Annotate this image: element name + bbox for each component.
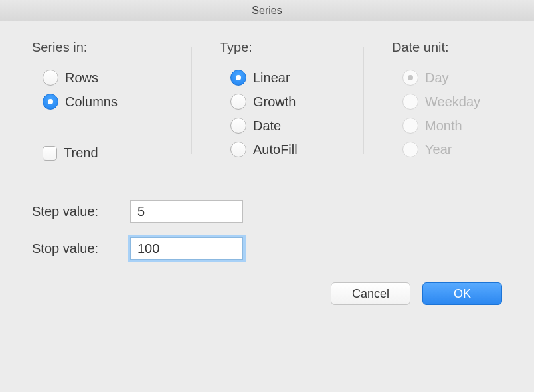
date-unit-label: Date unit:: [392, 40, 509, 55]
radio-day: Day: [402, 70, 509, 86]
radio-linear[interactable]: Linear: [230, 70, 363, 86]
radio-weekday: Weekday: [402, 94, 509, 110]
radio-icon: [43, 94, 58, 110]
value-inputs: Step value: Stop value:: [32, 200, 509, 260]
type-label: Type:: [220, 40, 363, 55]
radio-date[interactable]: Date: [230, 118, 363, 134]
options-columns: Series in: Rows Columns Trend Type:: [32, 40, 509, 161]
radio-icon: [402, 118, 418, 134]
horizontal-divider: [0, 181, 534, 181]
cancel-button-label: Cancel: [352, 287, 389, 301]
type-group: Type: Linear Growth Date AutoFill: [192, 40, 363, 161]
ok-button[interactable]: OK: [422, 282, 502, 305]
date-unit-group: Date unit: Day Weekday Month Year: [364, 40, 509, 161]
radio-columns-label: Columns: [65, 94, 118, 110]
radio-rows-label: Rows: [65, 70, 98, 86]
radio-autofill[interactable]: AutoFill: [230, 142, 363, 157]
radio-icon: [230, 70, 246, 86]
ok-button-label: OK: [454, 287, 471, 301]
step-value-input[interactable]: [130, 200, 243, 223]
radio-growth[interactable]: Growth: [230, 94, 363, 110]
cancel-button[interactable]: Cancel: [331, 282, 410, 305]
stop-value-label: Stop value:: [32, 241, 118, 256]
checkbox-icon: [43, 146, 57, 161]
stop-value-row: Stop value:: [32, 237, 509, 260]
radio-icon: [230, 118, 246, 134]
radio-icon: [402, 142, 418, 157]
step-value-label: Step value:: [32, 204, 118, 219]
radio-linear-label: Linear: [253, 70, 290, 86]
radio-growth-label: Growth: [253, 94, 296, 110]
dialog-content: Series in: Rows Columns Trend Type:: [0, 21, 534, 321]
radio-autofill-label: AutoFill: [253, 142, 298, 157]
series-in-group: Series in: Rows Columns Trend: [32, 40, 191, 161]
dialog-title: Series: [252, 5, 282, 17]
radio-icon: [402, 70, 418, 86]
step-value-row: Step value:: [32, 200, 509, 223]
radio-icon: [43, 70, 58, 86]
radio-month: Month: [402, 118, 509, 134]
stop-value-input[interactable]: [130, 237, 243, 260]
radio-year: Year: [402, 142, 509, 157]
radio-rows[interactable]: Rows: [43, 70, 191, 86]
checkbox-trend-label: Trend: [64, 146, 98, 161]
radio-month-label: Month: [425, 118, 462, 134]
radio-columns[interactable]: Columns: [43, 94, 191, 110]
radio-icon: [230, 94, 246, 110]
radio-weekday-label: Weekday: [425, 94, 480, 110]
date-unit-options: Day Weekday Month Year: [392, 70, 509, 157]
radio-day-label: Day: [425, 70, 449, 86]
series-in-label: Series in:: [32, 40, 191, 55]
dialog-buttons: Cancel OK: [32, 282, 509, 305]
checkbox-trend[interactable]: Trend: [43, 146, 191, 161]
radio-date-label: Date: [253, 118, 281, 134]
dialog-titlebar: Series: [0, 0, 534, 21]
radio-icon: [230, 142, 246, 157]
series-in-options: Rows Columns Trend: [32, 70, 191, 161]
radio-icon: [402, 94, 418, 110]
radio-year-label: Year: [425, 142, 452, 157]
type-options: Linear Growth Date AutoFill: [220, 70, 363, 157]
